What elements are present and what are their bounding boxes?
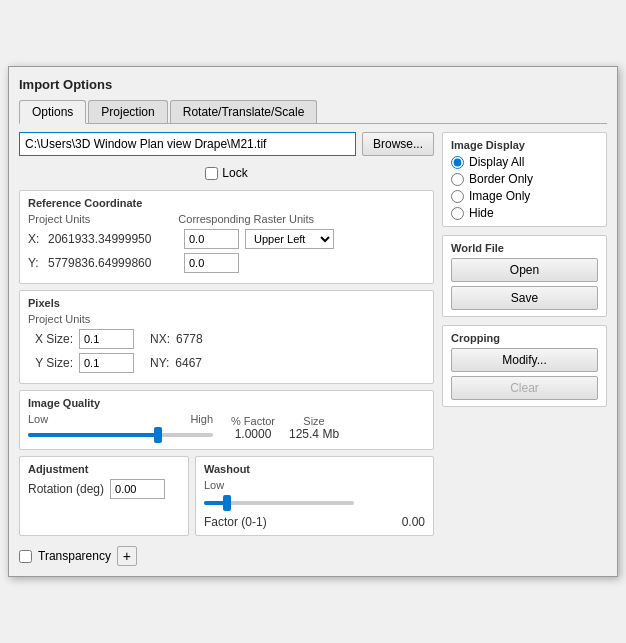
coord-y-row: Y: 5779836.64999860	[28, 253, 425, 273]
quality-row: Low High % Factor 1.0000	[28, 413, 425, 443]
washout-section: Washout Low Factor (0-1) 0.00	[195, 456, 434, 536]
pixel-x-row: X Size: NX: 6778	[28, 329, 425, 349]
radio-border-only: Border Only	[451, 172, 598, 186]
raster-units-dropdown[interactable]: Upper Left Upper Right Lower Left Lower …	[245, 229, 334, 249]
world-file-section: World File Open Save	[442, 235, 607, 317]
file-row: Browse...	[19, 132, 434, 156]
x-value: 2061933.34999950	[48, 232, 178, 246]
washout-title: Washout	[204, 463, 425, 475]
quality-slider[interactable]	[28, 427, 213, 443]
adjustment-section: Adjustment Rotation (deg)	[19, 456, 189, 536]
ny-label: NY:	[150, 356, 169, 370]
x-size-label: X Size:	[28, 332, 73, 346]
tab-rotate[interactable]: Rotate/Translate/Scale	[170, 100, 318, 123]
radio-hide-label: Hide	[469, 206, 494, 220]
radio-image-only-label: Image Only	[469, 189, 530, 203]
factor-size-group: % Factor 1.0000 Size 125.4 Mb	[223, 415, 339, 441]
world-file-title: World File	[451, 242, 598, 254]
size-value: 125.4 Mb	[289, 427, 339, 441]
quality-title: Image Quality	[28, 397, 425, 409]
right-panel: Image Display Display All Border Only Im…	[442, 132, 607, 566]
world-file-buttons: Open Save	[451, 258, 598, 310]
project-units-label: Project Units	[28, 213, 90, 225]
lock-row: Lock	[19, 166, 434, 180]
transparency-row: Transparency +	[19, 546, 434, 566]
radio-image-only-input[interactable]	[451, 190, 464, 203]
reference-coordinate-section: Reference Coordinate Project Units Corre…	[19, 190, 434, 284]
pixels-section: Pixels Project Units X Size: NX: 6778 Y …	[19, 290, 434, 384]
pixels-title: Pixels	[28, 297, 425, 309]
radio-display-all-input[interactable]	[451, 156, 464, 169]
image-quality-section: Image Quality Low High	[19, 390, 434, 450]
tab-projection[interactable]: Projection	[88, 100, 167, 123]
radio-hide: Hide	[451, 206, 598, 220]
ref-coord-title: Reference Coordinate	[28, 197, 425, 209]
rotation-row: Rotation (deg)	[28, 479, 180, 499]
tab-options[interactable]: Options	[19, 100, 86, 124]
x-input[interactable]	[184, 229, 239, 249]
image-display-radio-group: Display All Border Only Image Only Hide	[451, 155, 598, 220]
radio-border-only-label: Border Only	[469, 172, 533, 186]
nx-value: 6778	[176, 332, 203, 346]
image-display-section: Image Display Display All Border Only Im…	[442, 132, 607, 227]
image-display-title: Image Display	[451, 139, 598, 151]
y-label: Y:	[28, 256, 42, 270]
adjustment-title: Adjustment	[28, 463, 180, 475]
quality-low-label: Low	[28, 413, 48, 425]
file-path-input[interactable]	[19, 132, 356, 156]
tab-bar: Options Projection Rotate/Translate/Scal…	[19, 100, 607, 124]
main-content: Browse... Lock Reference Coordinate Proj…	[19, 132, 607, 566]
corresponding-raster-label: Corresponding Raster Units	[178, 213, 314, 225]
plus-button[interactable]: +	[117, 546, 137, 566]
open-button[interactable]: Open	[451, 258, 598, 282]
factor-row: Factor (0-1) 0.00	[204, 515, 425, 529]
radio-border-only-input[interactable]	[451, 173, 464, 186]
factor-0-1-label: Factor (0-1)	[204, 515, 267, 529]
browse-button[interactable]: Browse...	[362, 132, 434, 156]
cropping-title: Cropping	[451, 332, 598, 344]
nx-label: NX:	[150, 332, 170, 346]
x-size-input[interactable]	[79, 329, 134, 349]
radio-hide-input[interactable]	[451, 207, 464, 220]
left-panel: Browse... Lock Reference Coordinate Proj…	[19, 132, 434, 566]
lock-checkbox[interactable]	[205, 167, 218, 180]
y-value: 5779836.64999860	[48, 256, 178, 270]
washout-low-label: Low	[204, 479, 425, 491]
factor-label: % Factor	[231, 415, 275, 427]
radio-display-all-label: Display All	[469, 155, 524, 169]
lock-label: Lock	[222, 166, 247, 180]
clear-button[interactable]: Clear	[451, 376, 598, 400]
rotation-input[interactable]	[110, 479, 165, 499]
y-size-label: Y Size:	[28, 356, 73, 370]
washout-slider-row	[204, 495, 425, 511]
pixels-project-units-label: Project Units	[28, 313, 425, 325]
factor-value: 1.0000	[235, 427, 272, 441]
radio-display-all: Display All	[451, 155, 598, 169]
y-input[interactable]	[184, 253, 239, 273]
x-label: X:	[28, 232, 42, 246]
save-button[interactable]: Save	[451, 286, 598, 310]
cropping-buttons: Modify... Clear	[451, 348, 598, 400]
cropping-section: Cropping Modify... Clear	[442, 325, 607, 407]
radio-image-only: Image Only	[451, 189, 598, 203]
import-options-dialog: Import Options Options Projection Rotate…	[8, 66, 618, 577]
ny-value: 6467	[175, 356, 202, 370]
size-label: Size	[303, 415, 324, 427]
transparency-checkbox[interactable]	[19, 550, 32, 563]
washout-factor-value: 0.00	[402, 515, 425, 529]
quality-high-label: High	[190, 413, 213, 425]
rotation-label: Rotation (deg)	[28, 482, 104, 496]
modify-button[interactable]: Modify...	[451, 348, 598, 372]
pixel-y-row: Y Size: NY: 6467	[28, 353, 425, 373]
bottom-panels: Adjustment Rotation (deg) Washout Low	[19, 456, 434, 536]
y-size-input[interactable]	[79, 353, 134, 373]
coord-x-row: X: 2061933.34999950 Upper Left Upper Rig…	[28, 229, 425, 249]
transparency-label: Transparency	[38, 549, 111, 563]
dialog-title: Import Options	[19, 77, 607, 92]
washout-slider[interactable]	[204, 495, 354, 511]
